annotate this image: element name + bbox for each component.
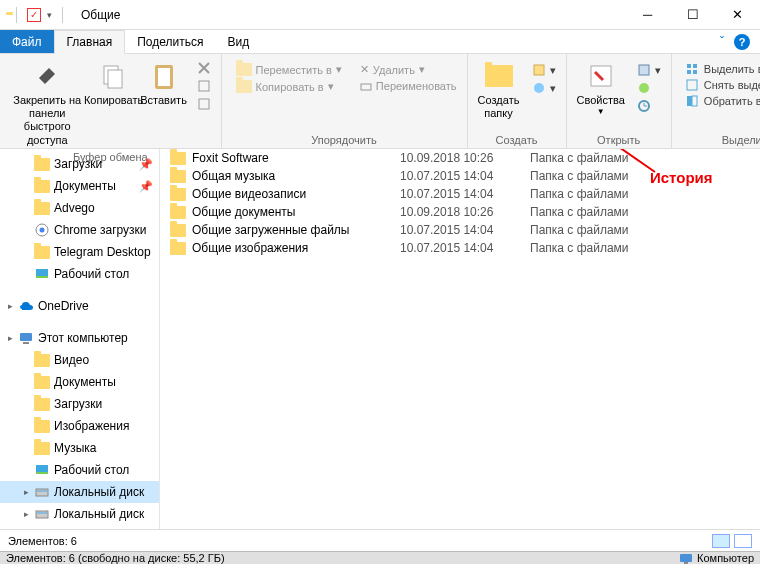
nav-item[interactable]: Chrome загрузки xyxy=(0,219,159,241)
paste-button[interactable]: Вставить xyxy=(139,58,189,109)
help-icon[interactable]: ? xyxy=(734,34,750,50)
tab-file[interactable]: Файл xyxy=(0,30,54,53)
file-type: Папка с файлами xyxy=(530,241,660,255)
nav-item[interactable]: Документы xyxy=(0,371,159,393)
separator xyxy=(62,7,63,23)
file-name: Foxit Software xyxy=(192,151,269,165)
disk-icon xyxy=(34,484,50,500)
file-row[interactable]: Общие документы10.09.2018 10:26Папка с ф… xyxy=(160,203,760,221)
ribbon-collapse-icon[interactable]: ˇ xyxy=(720,35,724,49)
video-icon xyxy=(34,352,50,368)
group-label-organize: Упорядочить xyxy=(228,132,461,146)
close-button[interactable]: ✕ xyxy=(715,0,760,30)
nav-item[interactable]: Telegram Desktop xyxy=(0,241,159,263)
nav-item[interactable]: ▸OneDrive xyxy=(0,295,159,317)
pin-label: Закрепить на панели быстрого доступа xyxy=(10,94,85,147)
new-folder-button[interactable]: Создать папку xyxy=(474,58,524,122)
nav-label: Рабочий стол xyxy=(54,463,129,477)
file-name: Общие видеозаписи xyxy=(192,187,306,201)
nav-label: Рабочий стол xyxy=(54,267,129,281)
ribbon-tabs: Файл Главная Поделиться Вид ˇ ? xyxy=(0,30,760,54)
edit-button[interactable] xyxy=(633,80,665,96)
nav-item[interactable]: Документы📌 xyxy=(0,175,159,197)
nav-item[interactable]: ▸Локальный диск xyxy=(0,481,159,503)
file-row[interactable]: Общая музыка10.07.2015 14:04Папка с файл… xyxy=(160,167,760,185)
copy-path-button[interactable] xyxy=(193,78,215,94)
svg-rect-16 xyxy=(693,70,697,74)
pc-icon xyxy=(18,330,34,346)
select-all-button[interactable]: Выделить все xyxy=(682,62,760,76)
nav-item[interactable]: Загрузки📌 xyxy=(0,153,159,175)
nav-label: Загрузки xyxy=(54,397,102,411)
select-none-button[interactable]: Снять выделение xyxy=(682,78,760,92)
svg-rect-4 xyxy=(199,81,209,91)
file-row[interactable]: Общие загруженные файлы10.07.2015 14:04П… xyxy=(160,221,760,239)
copy-label: Копировать xyxy=(84,94,143,107)
file-date: 10.07.2015 14:04 xyxy=(400,223,530,237)
delete-button[interactable]: ✕ Удалить ▾ xyxy=(356,62,461,77)
ribbon-group-select: Выделить все Снять выделение Обратить вы… xyxy=(672,54,760,148)
music-icon xyxy=(34,440,50,456)
copy-to-button[interactable]: Копировать в ▾ xyxy=(232,79,346,94)
tab-home[interactable]: Главная xyxy=(54,30,126,54)
nav-item[interactable]: ▸Локальный диск xyxy=(0,503,159,525)
disk-icon xyxy=(34,506,50,522)
svg-rect-33 xyxy=(680,554,692,562)
tab-view[interactable]: Вид xyxy=(215,30,261,53)
nav-item[interactable]: ▸Этот компьютер xyxy=(0,327,159,349)
qat-checkbox-icon[interactable]: ✓ xyxy=(27,8,41,22)
cut-button[interactable] xyxy=(193,60,215,76)
nav-label: Загрузки xyxy=(54,157,102,171)
nav-item[interactable]: Загрузки xyxy=(0,393,159,415)
paste-shortcut-button[interactable] xyxy=(193,96,215,112)
nav-tree[interactable]: Загрузки📌Документы📌AdvegoChrome загрузки… xyxy=(0,149,160,529)
history-button[interactable] xyxy=(633,98,665,114)
window-title: Общие xyxy=(73,8,120,22)
nav-label: Telegram Desktop xyxy=(54,245,151,259)
docs-icon xyxy=(34,374,50,390)
nav-item[interactable]: Изображения xyxy=(0,415,159,437)
separator xyxy=(16,7,17,23)
svg-rect-14 xyxy=(693,64,697,68)
onedrive-icon xyxy=(18,298,34,314)
ribbon: Закрепить на панели быстрого доступа Коп… xyxy=(0,54,760,149)
svg-rect-19 xyxy=(692,96,697,106)
svg-rect-34 xyxy=(684,562,688,564)
move-to-button[interactable]: Переместить в ▾ xyxy=(232,62,346,77)
copy-button[interactable]: Копировать xyxy=(89,58,139,109)
open-button[interactable]: ▾ xyxy=(633,62,665,78)
props-label: Свойства xyxy=(577,94,625,107)
file-type: Папка с файлами xyxy=(530,151,660,165)
svg-rect-6 xyxy=(361,84,371,90)
minimize-button[interactable]: ─ xyxy=(625,0,670,30)
maximize-button[interactable]: ☐ xyxy=(670,0,715,30)
nav-item[interactable]: Рабочий стол xyxy=(0,459,159,481)
nav-item[interactable]: Рабочий стол xyxy=(0,263,159,285)
file-row[interactable]: Общие изображения10.07.2015 14:04Папка с… xyxy=(160,239,760,257)
nav-label: Chrome загрузки xyxy=(54,223,147,237)
taskbar: Элементов: 6 (свободно на диске: 55,2 ГБ… xyxy=(0,551,760,564)
view-details-icon[interactable] xyxy=(712,534,730,548)
nav-item[interactable]: Видео xyxy=(0,349,159,371)
nav-item[interactable]: Музыка xyxy=(0,437,159,459)
file-name: Общие изображения xyxy=(192,241,308,255)
rename-button[interactable]: Переименовать xyxy=(356,79,461,93)
easy-access-button[interactable]: ▾ xyxy=(528,80,560,96)
file-list[interactable]: История Foxit Software10.09.2018 10:26Па… xyxy=(160,149,760,529)
nav-label: Этот компьютер xyxy=(38,331,128,345)
view-large-icon[interactable] xyxy=(734,534,752,548)
file-row[interactable]: Общие видеозаписи10.07.2015 14:04Папка с… xyxy=(160,185,760,203)
new-item-button[interactable]: ▾ xyxy=(528,62,560,78)
nav-label: Документы xyxy=(54,179,116,193)
file-type: Папка с файлами xyxy=(530,187,660,201)
file-date: 10.07.2015 14:04 xyxy=(400,187,530,201)
qat-overflow-icon[interactable]: ▾ xyxy=(47,10,52,20)
file-row[interactable]: Foxit Software10.09.2018 10:26Папка с фа… xyxy=(160,149,760,167)
tab-share[interactable]: Поделиться xyxy=(125,30,215,53)
pin-quickaccess-button[interactable]: Закрепить на панели быстрого доступа xyxy=(6,58,89,149)
properties-button[interactable]: Свойства ▼ xyxy=(573,58,629,119)
folder-icon xyxy=(170,242,186,255)
nav-item[interactable]: Advego xyxy=(0,197,159,219)
desktop-icon xyxy=(34,462,50,478)
invert-selection-button[interactable]: Обратить выделение xyxy=(682,94,760,108)
